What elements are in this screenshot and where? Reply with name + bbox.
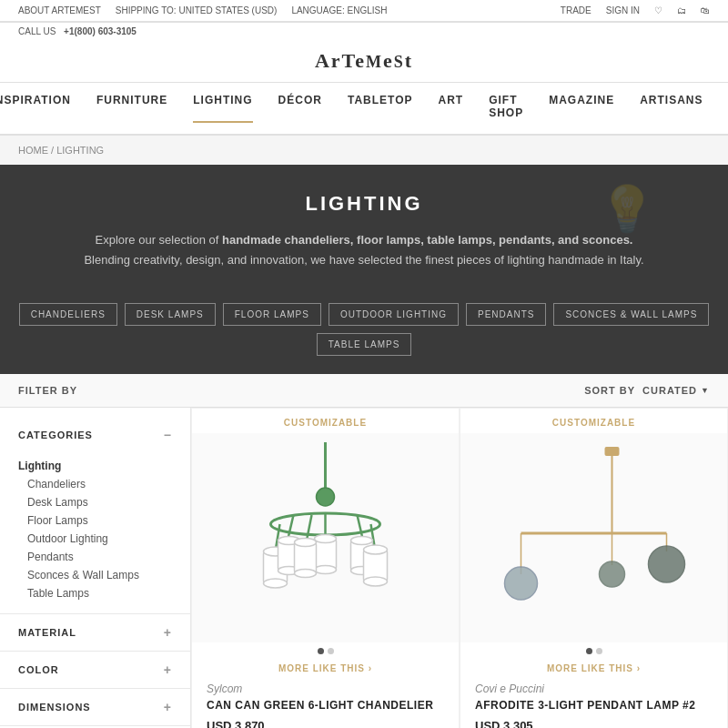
sidebar-categories-content: Lighting Chandeliers Desk Lamps Floor La…	[0, 453, 190, 613]
hero-lamp-icon: 💡	[599, 183, 655, 236]
cat-pendants[interactable]: PENDANTS	[466, 303, 546, 326]
filter-label: FILTER BY	[18, 385, 77, 396]
sidebar-category-sconces[interactable]: Sconces & Wall Lamps	[18, 566, 172, 584]
nav-tabletop[interactable]: TABLETOP	[348, 94, 413, 123]
product-brand-2: Covi e Puccini	[460, 679, 727, 697]
dots-1	[192, 642, 459, 656]
product-name-1[interactable]: CAN CAN GREEN 6-LIGHT CHANDELIER	[192, 697, 459, 717]
svg-point-21	[364, 545, 388, 554]
phone-number[interactable]: +1(800) 603-3105	[64, 26, 136, 36]
dimensions-toggle-icon: +	[164, 700, 172, 714]
cat-desk-lamps[interactable]: DESK LAMPS	[125, 303, 216, 326]
sidebar-category-pendants[interactable]: Pendants	[18, 548, 172, 566]
nav-inspiration[interactable]: INSPIRATION	[0, 94, 71, 123]
sidebar-section-dimensions: DIMENSIONS +	[0, 689, 190, 726]
svg-point-34	[649, 546, 685, 582]
logo[interactable]: ArTeMeSt	[315, 49, 413, 73]
call-us-bar: CALL US +1(800) 603-3105	[0, 22, 728, 40]
more-like-this-2[interactable]: MORE LIKE THIS ›	[460, 656, 727, 679]
trade-link[interactable]: TRADE	[561, 5, 592, 15]
nav-art[interactable]: ART	[439, 94, 464, 123]
main-nav: INSPIRATION FURNITURE LIGHTING DÉCOR TAB…	[0, 83, 728, 136]
product-brand-1: Sylcom	[192, 679, 459, 697]
sidebar-section-categories: CATEGORIES − Lighting Chandeliers Desk L…	[0, 417, 190, 614]
sidebar-section-material: MATERIAL +	[0, 614, 190, 652]
product-card-1: CUSTOMIZABLE	[191, 408, 460, 728]
nav-furniture[interactable]: FURNITURE	[96, 94, 167, 123]
product-price-1: USD 3,870	[192, 717, 459, 728]
sidebar-section-color: COLOR +	[0, 652, 190, 689]
svg-point-16	[315, 566, 337, 574]
nav-artisans[interactable]: ARTISANS	[640, 94, 703, 123]
categories-toggle-icon: −	[164, 428, 172, 442]
about-link[interactable]: ABOUT ARTEMEST	[18, 5, 101, 15]
sidebar-material-header[interactable]: MATERIAL +	[0, 614, 190, 651]
product-image-1[interactable]	[192, 433, 459, 642]
cat-floor-lamps[interactable]: FLOOR LAMPS	[223, 303, 321, 326]
color-toggle-icon: +	[164, 662, 172, 677]
product-name-2[interactable]: AFRODITE 3-LIGHT PENDANT LAMP #2	[460, 697, 727, 717]
customizable-badge-2: CUSTOMIZABLE	[460, 409, 727, 433]
more-like-this-1[interactable]: MORE LIKE THIS ›	[192, 656, 459, 679]
hero-title: LIGHTING	[73, 192, 655, 216]
sidebar-category-lighting[interactable]: Lighting	[18, 457, 172, 475]
sidebar-color-header[interactable]: COLOR +	[0, 652, 190, 688]
sort-label: SORT BY	[584, 385, 635, 396]
svg-point-24	[295, 539, 317, 547]
sidebar-category-table-lamps[interactable]: Table Lamps	[18, 584, 172, 602]
svg-point-10	[264, 579, 288, 588]
sidebar: CATEGORIES − Lighting Chandeliers Desk L…	[0, 408, 191, 728]
cat-sconces[interactable]: SCONCES & WALL LAMPS	[553, 303, 709, 326]
sidebar-category-desk-lamps[interactable]: Desk Lamps	[18, 493, 172, 511]
dot-2-1	[586, 648, 592, 654]
cat-chandeliers[interactable]: CHANDELIERS	[19, 303, 117, 326]
nav-magazine[interactable]: MAGAZINE	[549, 94, 614, 123]
sort-by[interactable]: SORT BY CURATED ▼	[584, 385, 710, 396]
svg-rect-35	[605, 447, 620, 456]
cat-table-lamps[interactable]: TABLE LAMPS	[317, 333, 412, 356]
nav-lighting[interactable]: LIGHTING	[193, 94, 252, 123]
call-us-label: CALL US	[18, 26, 56, 36]
header: ArTeMeSt	[0, 40, 728, 83]
sidebar-color-label: COLOR	[18, 664, 59, 675]
sidebar-material-label: MATERIAL	[18, 627, 76, 638]
breadcrumb-current: LIGHTING	[56, 145, 104, 156]
svg-point-26	[317, 488, 335, 506]
logo-text: ArTeMeSt	[315, 49, 413, 72]
svg-point-18	[351, 537, 373, 545]
top-bar-left: ABOUT ARTEMEST SHIPPING TO: UNITED STATE…	[18, 5, 387, 15]
top-bar: ABOUT ARTEMEST SHIPPING TO: UNITED STATE…	[0, 0, 728, 22]
wishlist-icon[interactable]: ♡	[654, 5, 662, 15]
sidebar-category-chandeliers[interactable]: Chandeliers	[18, 475, 172, 493]
cart-icon[interactable]: 🛍	[701, 5, 710, 15]
cat-outdoor-lighting[interactable]: OUTDOOR LIGHTING	[329, 303, 459, 326]
category-buttons: CHANDELIERS DESK LAMPS FLOOR LAMPS OUTDO…	[0, 288, 728, 374]
svg-point-32	[600, 561, 625, 587]
svg-point-30	[505, 567, 538, 600]
product-image-2[interactable]	[460, 433, 727, 642]
breadcrumb-home[interactable]: HOME	[18, 145, 48, 156]
dot-1-1	[318, 648, 324, 654]
dot-2-2	[596, 648, 602, 654]
top-bar-right: TRADE SIGN IN ♡ 🗂 🛍	[561, 5, 710, 15]
hero-description: Explore our selection of handmade chande…	[73, 230, 655, 270]
product-grid: CUSTOMIZABLE	[191, 408, 728, 728]
material-toggle-icon: +	[164, 625, 172, 640]
sidebar-dimensions-header[interactable]: DIMENSIONS +	[0, 689, 190, 725]
bag-icon[interactable]: 🗂	[677, 5, 686, 15]
hero-section: 💡 LIGHTING Explore our selection of hand…	[0, 165, 728, 288]
nav-decor[interactable]: DÉCOR	[278, 94, 322, 123]
chevron-down-icon: ▼	[701, 386, 710, 395]
sign-in-link[interactable]: SIGN IN	[606, 5, 640, 15]
sidebar-category-outdoor-lighting[interactable]: Outdoor Lighting	[18, 530, 172, 548]
sidebar-categories-label: CATEGORIES	[18, 430, 93, 440]
dot-1-2	[328, 648, 334, 654]
svg-point-25	[295, 570, 317, 578]
filter-bar: FILTER BY SORT BY CURATED ▼	[0, 374, 728, 408]
svg-point-22	[364, 577, 388, 586]
product-price-2: USD 3,305	[460, 717, 727, 728]
sidebar-category-floor-lamps[interactable]: Floor Lamps	[18, 511, 172, 530]
nav-gift-shop[interactable]: GIFT SHOP	[489, 94, 523, 123]
shipping-info: SHIPPING TO: UNITED STATES (USD)	[116, 5, 278, 15]
sidebar-categories-header[interactable]: CATEGORIES −	[0, 417, 190, 453]
